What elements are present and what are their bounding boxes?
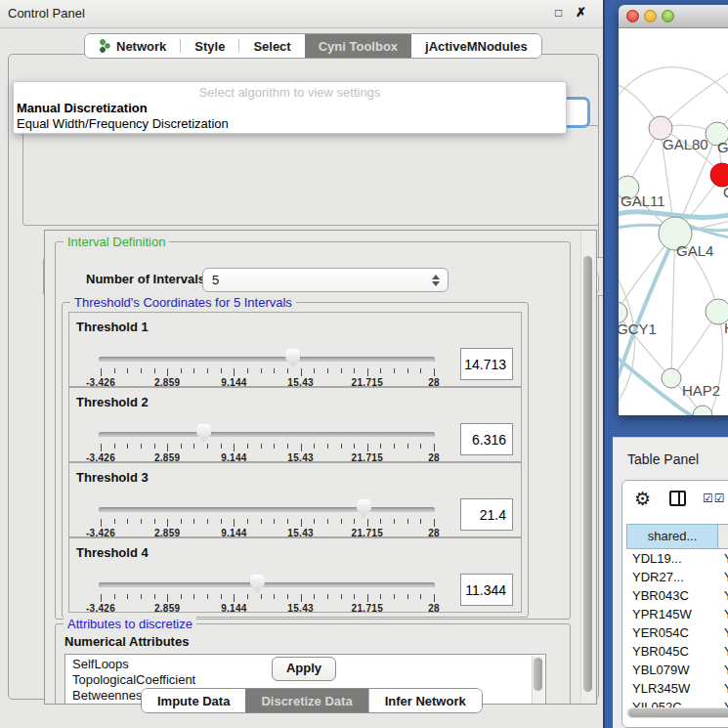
table-cell[interactable]: YDR27... xyxy=(632,568,716,586)
table-cell[interactable]: YER054C xyxy=(632,623,716,642)
table-row[interactable]: YDR27...YDR2 xyxy=(626,568,728,586)
table-cell[interactable]: YPR1 xyxy=(724,605,728,623)
tab-jactivemnodules[interactable]: jActiveMNodules xyxy=(411,34,541,58)
table-cell[interactable]: YBR043C xyxy=(632,586,716,605)
network-edge[interactable] xyxy=(661,67,728,128)
table-row[interactable]: YLR345WYLR3 xyxy=(626,679,728,698)
column-header-name[interactable]: name xyxy=(718,524,728,549)
network-edge[interactable] xyxy=(671,234,675,378)
axis-tick xyxy=(167,444,168,451)
table-row[interactable]: YBL079WYBL0 xyxy=(626,661,728,679)
list-vertical-scrollbar[interactable] xyxy=(532,656,544,705)
axis-tick xyxy=(327,444,328,449)
close-panel-icon[interactable]: ✗ xyxy=(576,5,586,20)
axis-tick xyxy=(234,444,235,451)
axis-tick xyxy=(221,519,222,524)
scrollbar-thumb[interactable] xyxy=(534,658,542,691)
table-row[interactable]: YDL19...YDL1 xyxy=(626,549,728,568)
table-cell[interactable]: YBR045C xyxy=(632,642,716,661)
scrollbar-thumb[interactable] xyxy=(628,708,728,717)
axis-tick xyxy=(341,519,342,524)
axis-tick xyxy=(141,519,142,524)
table-row[interactable]: YBR045CYBR0 xyxy=(626,642,728,661)
threshold-value-field[interactable]: 11.344 xyxy=(460,574,513,606)
axis-tick xyxy=(247,519,248,524)
network-node-hap2[interactable] xyxy=(662,368,681,388)
tab-network[interactable]: Network xyxy=(85,34,180,58)
axis-tick xyxy=(287,519,288,524)
threshold-slider-track[interactable] xyxy=(99,357,435,362)
attribute-item-topologicalcoefficient[interactable]: TopologicalCoefficient xyxy=(72,672,195,688)
axis-tick xyxy=(287,444,288,449)
select-columns-icon[interactable]: ☑☑ xyxy=(703,492,726,505)
tab-impute-data[interactable]: Impute Data xyxy=(142,689,245,712)
apply-button[interactable]: Apply xyxy=(272,657,336,681)
tab-cyni-toolbox[interactable]: Cyni Toolbox xyxy=(305,34,411,58)
table-cell[interactable]: YBR0 xyxy=(724,642,728,661)
thresholds-group-title: Threshold's Coordinates for 5 Intervals xyxy=(70,295,296,310)
table-row[interactable]: YBR043CYBR0 xyxy=(626,586,728,605)
network-edge[interactable] xyxy=(619,67,728,107)
axis-tick xyxy=(327,519,328,524)
slider-thumb[interactable] xyxy=(250,575,265,593)
table-cell[interactable]: YBL079W xyxy=(632,661,716,679)
table-cell[interactable]: YER0 xyxy=(724,623,728,642)
tab-style[interactable]: Style xyxy=(181,34,238,58)
axis-tick xyxy=(167,519,168,527)
threshold-slider-track[interactable] xyxy=(99,432,435,437)
window-close-button[interactable] xyxy=(626,10,639,22)
axis-tick xyxy=(354,368,355,373)
table-horizontal-scrollbar[interactable] xyxy=(626,707,728,718)
scrollbar-thumb[interactable] xyxy=(583,256,592,692)
column-header-shared[interactable]: shared... xyxy=(626,524,718,549)
axis-tick xyxy=(181,519,182,524)
table-cell[interactable]: YLR3 xyxy=(724,679,728,698)
table-cell[interactable]: YDL19... xyxy=(632,549,716,568)
table-row[interactable]: YPR145WYPR1 xyxy=(626,605,728,623)
table-cell[interactable]: YBR0 xyxy=(724,586,728,605)
table-cell[interactable]: YPR145W xyxy=(632,605,716,623)
dropdown-option-manual-discretization[interactable]: Manual Discretization xyxy=(17,101,148,115)
dropdown-option-equal-width-frequency-discretization[interactable]: Equal Width/Frequency Discretization xyxy=(17,116,229,131)
axis-tick xyxy=(434,594,435,602)
attribute-item-selfloops[interactable]: SelfLoops xyxy=(72,657,129,672)
float-window-icon[interactable]: □ xyxy=(555,6,562,20)
threshold-slider-track[interactable] xyxy=(99,507,435,512)
axis-tick xyxy=(367,368,368,376)
table-cell[interactable]: YDR2 xyxy=(724,568,728,586)
node-label: C xyxy=(723,184,728,200)
tab-select[interactable]: Select xyxy=(239,34,304,58)
axis-tick-label: 21.715 xyxy=(352,603,383,614)
axis-tick xyxy=(407,594,408,599)
tab-discretize-data[interactable]: Discretize Data xyxy=(245,689,367,712)
settings-scroll-panel: Interval Definition Number of Intervals … xyxy=(44,230,597,705)
window-zoom-button[interactable] xyxy=(662,10,674,22)
threshold-label: Threshold 2 xyxy=(76,395,149,409)
table-cell[interactable]: YLR345W xyxy=(632,679,716,698)
slider-thumb[interactable] xyxy=(285,349,300,367)
threshold-slider-track[interactable] xyxy=(99,582,435,587)
panel-vertical-scrollbar[interactable] xyxy=(580,232,594,703)
axis-tick xyxy=(193,368,194,373)
table-cell[interactable]: YDL1 xyxy=(724,549,728,568)
network-edge[interactable] xyxy=(708,312,723,415)
table-row[interactable]: YER054CYER0 xyxy=(626,623,728,642)
threshold-value-field[interactable]: 6.316 xyxy=(460,423,513,455)
axis-tick xyxy=(261,594,262,599)
network-window-titlebar[interactable] xyxy=(619,5,728,28)
table-cell[interactable]: YBL0 xyxy=(724,661,728,679)
slider-thumb[interactable] xyxy=(357,499,371,518)
tab-infer-network[interactable]: Infer Network xyxy=(368,689,482,712)
network-canvas[interactable]: GAL80G.CGAL11GAL4GCY1HHAP2 xyxy=(619,28,728,415)
threshold-value-field[interactable]: 21.4 xyxy=(460,498,513,531)
settings-gear-icon[interactable]: ⚙ xyxy=(634,488,651,510)
threshold-value-field[interactable]: 14.713 xyxy=(460,348,513,380)
window-minimize-button[interactable] xyxy=(644,10,657,22)
axis-tick xyxy=(207,594,208,599)
network-edge-highlighted[interactable] xyxy=(619,212,728,218)
slider-thumb[interactable] xyxy=(196,424,211,443)
axis-tick xyxy=(420,519,421,524)
axis-tick xyxy=(221,444,222,449)
number-of-intervals-combobox[interactable]: 5 xyxy=(202,268,449,292)
split-view-icon[interactable] xyxy=(669,491,686,506)
